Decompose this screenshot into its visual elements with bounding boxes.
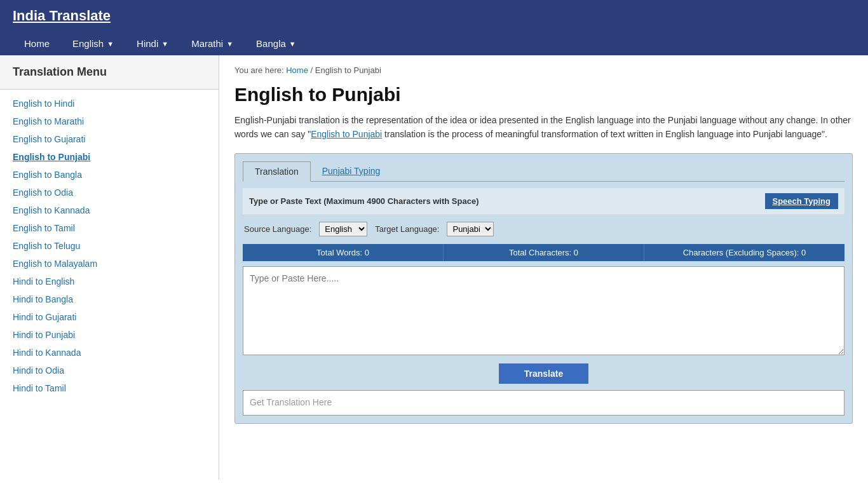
breadcrumb: You are here: Home / English to Punjabi [234, 65, 853, 75]
breadcrumb-separator: / [311, 65, 315, 75]
stat-total-chars: Total Characters: 0 [444, 244, 644, 261]
language-row: Source Language: English Hindi Marathi G… [243, 219, 844, 239]
chevron-down-icon: ▼ [107, 40, 114, 48]
sidebar-link[interactable]: English to Tamil [0, 219, 219, 237]
sidebar-link[interactable]: English to Telugu [0, 237, 219, 255]
sidebar-links: English to HindiEnglish to MarathiEnglis… [0, 90, 219, 402]
sidebar-link[interactable]: English to Punjabi [0, 148, 219, 166]
sidebar-link[interactable]: Hindi to Bangla [0, 290, 219, 308]
sidebar-link[interactable]: Hindi to Tamil [0, 379, 219, 397]
page-description: English-Punjabi translation is the repre… [234, 113, 853, 142]
main-nav: HomeEnglish▼Hindi▼Marathi▼Bangla▼ [13, 32, 855, 55]
chevron-down-icon: ▼ [289, 40, 296, 48]
tab-translation[interactable]: Translation [243, 161, 311, 182]
source-language-label: Source Language: [244, 224, 311, 234]
speech-typing-button[interactable]: Speech Typing [765, 193, 839, 209]
stat-total-words: Total Words: 0 [243, 244, 444, 261]
page-title: English to Punjabi [234, 84, 853, 105]
desc-link[interactable]: English to Punjabi [311, 129, 382, 139]
desc-part2: translation is the process of meaningful… [382, 129, 827, 139]
sidebar-title: Translation Menu [0, 55, 219, 90]
max-chars-label: Type or Paste Text (Maximum 4900 Charact… [249, 196, 479, 206]
target-language-label: Target Language: [375, 224, 439, 234]
output-placeholder: Get Translation Here [250, 397, 332, 407]
site-title[interactable]: India Translate [13, 8, 111, 24]
nav-item-hindi[interactable]: Hindi▼ [125, 32, 180, 55]
sidebar-link[interactable]: Hindi to Gujarati [0, 308, 219, 326]
chevron-down-icon: ▼ [161, 40, 168, 48]
translate-button[interactable]: Translate [499, 363, 588, 384]
stat-chars-no-space: Characters (Excluding Spaces): 0 [644, 244, 844, 261]
sidebar-link[interactable]: English to Gujarati [0, 130, 219, 148]
nav-item-home[interactable]: Home [13, 32, 61, 55]
sidebar-link[interactable]: English to Bangla [0, 166, 219, 184]
breadcrumb-current: English to Punjabi [315, 65, 381, 75]
tab-punjabi-typing[interactable]: Punjabi Typing [311, 161, 392, 181]
output-area: Get Translation Here [243, 390, 844, 416]
nav-item-bangla[interactable]: Bangla▼ [245, 32, 308, 55]
main-layout: Translation Menu English to HindiEnglish… [0, 55, 868, 480]
sidebar: Translation Menu English to HindiEnglish… [0, 55, 219, 480]
sidebar-link[interactable]: Hindi to Odia [0, 362, 219, 379]
translation-header: Type or Paste Text (Maximum 4900 Charact… [243, 188, 844, 214]
stats-row: Total Words: 0 Total Characters: 0 Chara… [243, 244, 844, 261]
translate-button-row: Translate [243, 363, 844, 384]
source-language-select[interactable]: English Hindi Marathi Gujarati [319, 222, 367, 236]
sidebar-link[interactable]: English to Odia [0, 184, 219, 201]
input-textarea[interactable] [243, 266, 844, 355]
sidebar-link[interactable]: Hindi to English [0, 273, 219, 290]
main-content: You are here: Home / English to Punjabi … [219, 55, 868, 480]
nav-item-english[interactable]: English▼ [61, 32, 125, 55]
sidebar-link[interactable]: English to Hindi [0, 95, 219, 112]
sidebar-link[interactable]: English to Malayalam [0, 255, 219, 273]
site-header: India Translate HomeEnglish▼Hindi▼Marath… [0, 0, 868, 55]
tab-bar: Translation Punjabi Typing [243, 161, 844, 182]
target-language-select[interactable]: Punjabi Hindi Bengali Tamil Telugu [447, 222, 494, 236]
sidebar-link[interactable]: English to Kannada [0, 201, 219, 219]
nav-item-marathi[interactable]: Marathi▼ [180, 32, 245, 55]
chevron-down-icon: ▼ [226, 40, 233, 48]
sidebar-link[interactable]: Hindi to Kannada [0, 344, 219, 362]
breadcrumb-prefix: You are here: [234, 65, 284, 75]
sidebar-link[interactable]: English to Marathi [0, 112, 219, 130]
sidebar-link[interactable]: Hindi to Punjabi [0, 326, 219, 344]
breadcrumb-home[interactable]: Home [286, 65, 308, 75]
translation-box: Translation Punjabi Typing Type or Paste… [234, 153, 853, 424]
